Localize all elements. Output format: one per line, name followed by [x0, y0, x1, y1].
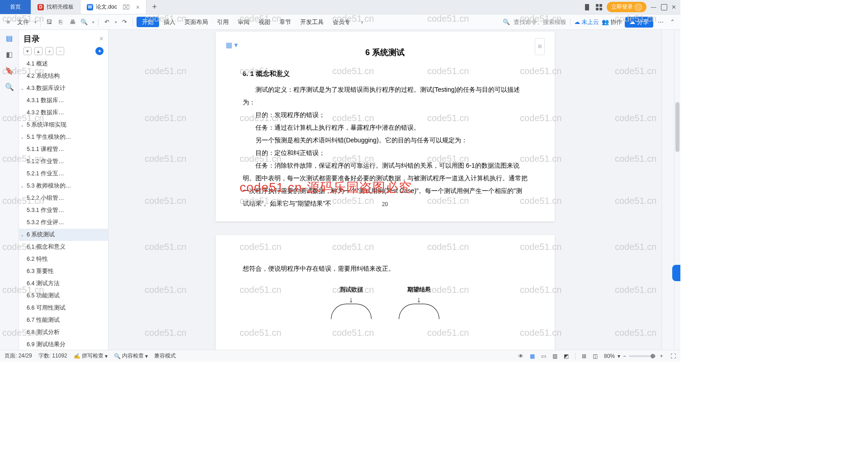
close-window-icon[interactable]: ×: [672, 3, 676, 11]
save-icon[interactable]: 🖫: [44, 18, 53, 27]
toc-item[interactable]: ⌄5.1 学生模块的…: [19, 131, 108, 143]
collapse-all-icon[interactable]: ▾: [24, 47, 32, 55]
page-mode-icon[interactable]: ▦: [530, 353, 535, 359]
export-icon[interactable]: ⎘: [56, 18, 65, 27]
zoom-in-icon[interactable]: ＋: [659, 352, 664, 360]
menu-tab-4[interactable]: 审阅: [233, 17, 254, 27]
toc-item[interactable]: 5.2.2 小组管…: [19, 192, 108, 204]
toc-item[interactable]: ⌄5 系统详细实现: [19, 119, 108, 131]
toc-item[interactable]: 6.7 性能测试: [19, 314, 108, 326]
minimize-icon[interactable]: —: [651, 4, 656, 10]
menu-tab-2[interactable]: 页面布局: [180, 17, 212, 27]
arrow-down-icon: ↓: [349, 296, 353, 304]
menu-icon[interactable]: ≡: [4, 18, 13, 27]
toc-label: 5.1.1 课程管…: [27, 146, 64, 153]
toc-item[interactable]: 6.8 测试分析: [19, 326, 108, 339]
tab-templates[interactable]: D 找稻壳模板: [31, 0, 80, 14]
chat-icon[interactable]: ✦: [95, 47, 104, 55]
paragraph: 测试的定义：程序测试是为了发现错误而执行程序的过程。测试(Testing)的任务…: [243, 83, 528, 108]
toc-item[interactable]: 6.9 测试结果分: [19, 339, 108, 350]
maximize-icon[interactable]: [661, 4, 667, 10]
zoom-slider[interactable]: [629, 355, 656, 357]
toc-item[interactable]: 6.3 重要性: [19, 265, 108, 278]
bookmark-icon[interactable]: 🔖: [5, 66, 14, 75]
right-panel-collapsed[interactable]: [661, 30, 674, 350]
menu-tab-0[interactable]: 开始: [137, 17, 159, 27]
zoom-out-icon[interactable]: −: [623, 353, 626, 359]
close-panel-icon[interactable]: ×: [99, 35, 104, 43]
add-item-icon[interactable]: ＋: [45, 47, 53, 55]
menu-tab-1[interactable]: 插入: [159, 17, 180, 27]
tab-document[interactable]: W 论文.doc ⌧ ×: [80, 0, 146, 14]
login-button[interactable]: 立即登录: [607, 2, 646, 12]
page-menu-icon[interactable]: ≡: [535, 38, 544, 55]
toc-item[interactable]: 4.1 概述: [19, 58, 108, 70]
share-button[interactable]: ☁ 分享: [625, 17, 653, 28]
toc-item[interactable]: ⌄5.3 教师模块的…: [19, 180, 108, 192]
menu-tab-3[interactable]: 引用: [212, 17, 233, 27]
menu-tab-6[interactable]: 章节: [275, 17, 296, 27]
status-words[interactable]: 字数: 11092: [38, 352, 67, 360]
more-icon[interactable]: ›: [358, 18, 367, 27]
coop-button[interactable]: 👥 协作: [602, 18, 622, 26]
toc-item[interactable]: 6.2 特性: [19, 253, 108, 265]
scrollbar-thumb[interactable]: [675, 102, 679, 152]
toc-item[interactable]: 4.2 系统结构: [19, 70, 108, 82]
toc-item[interactable]: 5.3.1 作业管…: [19, 204, 108, 216]
new-tab-button[interactable]: +: [146, 0, 163, 14]
expand-all-icon[interactable]: ▴: [34, 47, 42, 55]
search-icon[interactable]: 🔍: [502, 18, 511, 27]
page-header-icon[interactable]: ▦ ▾: [226, 38, 238, 52]
print-icon[interactable]: 🖶: [68, 18, 77, 27]
tool1-icon[interactable]: ⊞: [582, 353, 586, 359]
draft-mode-icon[interactable]: ◩: [564, 353, 569, 359]
toc-item[interactable]: 4.3.2 数据库…: [19, 107, 108, 119]
tab-home[interactable]: 首页: [0, 0, 31, 14]
spellcheck-button[interactable]: ✍ 拼写检查 ▾: [74, 352, 108, 360]
toc-item[interactable]: 5.3.2 作业评…: [19, 216, 108, 229]
toc-item[interactable]: ⌄4.3.数据库设计: [19, 82, 108, 94]
status-page[interactable]: 页面: 24/29: [5, 352, 32, 360]
toc-item[interactable]: 5.1.2 作业管…: [19, 155, 108, 168]
collapse-ribbon-icon[interactable]: ⌃: [668, 18, 677, 27]
preview-icon[interactable]: 🔍: [80, 18, 89, 27]
side-tab-button[interactable]: [672, 265, 680, 281]
monitor-icon[interactable]: ⌧: [123, 4, 130, 11]
wps-doc-icon: W: [87, 4, 93, 10]
menu-tab-7[interactable]: 开发工具: [296, 17, 328, 27]
ribbon-more-icon[interactable]: ⋯: [656, 18, 665, 27]
zoom-control[interactable]: 80% ▾ − ＋: [604, 352, 664, 360]
close-icon[interactable]: ×: [136, 4, 140, 11]
web-mode-icon[interactable]: ▭: [541, 353, 546, 359]
toc-item[interactable]: 6.6 可用性测试: [19, 302, 108, 314]
toc-item[interactable]: 5.1.1 课程管…: [19, 143, 108, 155]
toc-item[interactable]: 6.5 功能测试: [19, 290, 108, 302]
remove-item-icon[interactable]: －: [56, 47, 64, 55]
read-mode-icon[interactable]: 👁: [518, 353, 524, 359]
document-area[interactable]: ▦ ▾ ≡ 6 系统测试 6. 1 概念和意义 测试的定义：程序测试是为了发现错…: [108, 30, 661, 350]
toc-item[interactable]: 6.1 概念和意义: [19, 241, 108, 253]
search-rail-icon[interactable]: 🔍: [5, 82, 14, 91]
menu-tab-5[interactable]: 视图: [254, 17, 275, 27]
content-check-button[interactable]: 🔍 内容检查 ▾: [114, 352, 148, 360]
menu-file[interactable]: 文件: [15, 18, 31, 26]
tool2-icon[interactable]: ◫: [593, 353, 598, 359]
outline-mode-icon[interactable]: ▥: [552, 353, 557, 359]
search-input[interactable]: 查找命令、搜索模板: [514, 18, 566, 26]
compat-mode[interactable]: 兼容模式: [154, 352, 176, 360]
vertical-scrollbar[interactable]: [674, 30, 680, 350]
toc-item[interactable]: ⌄6 系统测试: [19, 229, 108, 241]
cloud-status[interactable]: ☁ 未上云: [574, 18, 599, 26]
undo-icon[interactable]: ↶: [102, 18, 111, 27]
page: 想符合，便说明程序中存在错误，需要用纠错来改正。 测试数据 ↓ 期望结果 ↓: [216, 235, 555, 350]
redo-icon[interactable]: ↷: [120, 18, 129, 27]
outline-icon[interactable]: ▤: [5, 33, 14, 42]
apps-icon[interactable]: [596, 4, 602, 10]
toc-item[interactable]: 6.4 测试方法: [19, 278, 108, 290]
toc-item[interactable]: 4.3.1 数据库…: [19, 94, 108, 107]
thumbnail-icon[interactable]: ◧: [5, 50, 14, 59]
toc-item[interactable]: 5.2.1 作业互…: [19, 168, 108, 180]
fullscreen-icon[interactable]: ⛶: [670, 353, 676, 359]
menu-tab-8[interactable]: 会员专: [328, 17, 355, 27]
layout-icon[interactable]: [585, 4, 591, 10]
